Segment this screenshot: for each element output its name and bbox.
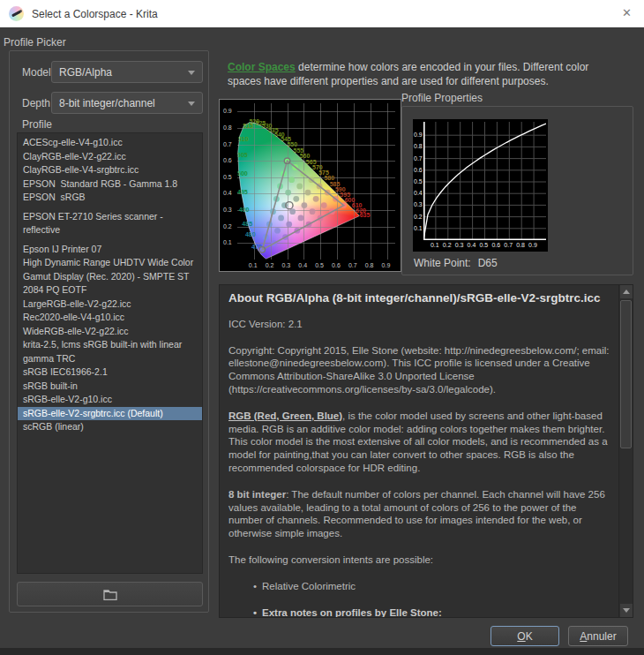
colorspace-dialog: Select a Colorspace - Krita ✕ Profile Pi… bbox=[0, 0, 644, 655]
krita-app-icon bbox=[9, 6, 24, 21]
depth-value: 8-bit integer/channel bbox=[59, 97, 155, 109]
list-item[interactable]: WideRGB-elle-V2-g22.icc bbox=[18, 325, 202, 339]
window-bottom-edge bbox=[0, 648, 644, 655]
profile-label: Profile bbox=[22, 118, 52, 131]
color-spaces-link[interactable]: Color Spaces bbox=[228, 61, 296, 73]
list-item[interactable]: ClayRGB-elle-V2-g22.icc bbox=[18, 150, 202, 164]
list-item[interactable]: Epson IJ Printer 07 bbox=[18, 243, 202, 257]
colorspace-description: Color Spaces determine how colors are en… bbox=[228, 61, 625, 88]
scroll-up-icon[interactable] bbox=[620, 285, 633, 298]
copyright-text: Copyright: Copyright 2015, Elle Stone (w… bbox=[228, 344, 611, 396]
list-item[interactable]: krita-2.5, lcms sRGB built-in with linea… bbox=[18, 338, 202, 365]
list-item[interactable]: ACEScg-elle-V4-g10.icc bbox=[18, 136, 202, 150]
profile-properties-label: Profile Properties bbox=[401, 92, 483, 104]
rgb-paragraph: RGB (Red, Green, Blue), is the color mod… bbox=[228, 410, 611, 475]
extra-notes-bullet: Extra notes on profiles by Elle Stone: bbox=[262, 606, 611, 617]
icc-version: ICC Version: 2.1 bbox=[228, 318, 611, 331]
ok-button[interactable]: OK bbox=[490, 626, 559, 646]
import-profile-button[interactable] bbox=[17, 582, 203, 606]
list-item[interactable]: EPSON Standard RGB - Gamma 1.8 bbox=[18, 177, 202, 192]
intent-bullet: Relative Colorimetric bbox=[262, 580, 611, 593]
white-point-row: White Point:D65 bbox=[414, 257, 498, 269]
window-title: Select a Colorspace - Krita bbox=[32, 8, 158, 20]
depth-label: Depth bbox=[22, 97, 50, 109]
model-dropdown[interactable]: RGB/Alpha bbox=[51, 61, 203, 83]
white-point-value: D65 bbox=[478, 257, 498, 269]
cancel-button[interactable]: Annuler bbox=[568, 626, 628, 646]
chevron-down-icon bbox=[188, 102, 195, 106]
about-content: About RGB/Alpha (8-bit integer/channel)/… bbox=[220, 285, 618, 617]
model-value: RGB/Alpha bbox=[59, 66, 112, 79]
titlebar[interactable]: Select a Colorspace - Krita ✕ bbox=[0, 0, 644, 27]
scrollbar-thumb[interactable] bbox=[620, 300, 632, 448]
list-item[interactable]: sRGB built-in bbox=[18, 380, 202, 394]
list-item[interactable]: Rec2020-elle-V4-g10.icc bbox=[18, 311, 202, 325]
list-item[interactable]: ClayRGB-elle-V4-srgbtrc.icc bbox=[18, 163, 202, 177]
about-scrollbar[interactable] bbox=[618, 285, 633, 617]
profile-properties-groupbox: 0.10.20.30.40.50.60.70.80.90.10.20.30.40… bbox=[401, 106, 633, 275]
about-panel: About RGB/Alpha (8-bit integer/channel)/… bbox=[219, 284, 633, 618]
list-item[interactable]: LargeRGB-elle-V2-g22.icc bbox=[18, 297, 202, 312]
profile-picker-group-label: Profile Picker bbox=[4, 36, 66, 49]
profile-picker-groupbox: Model RGB/Alpha Depth 8-bit integer/chan… bbox=[9, 50, 209, 613]
close-icon[interactable]: ✕ bbox=[622, 6, 632, 19]
list-item[interactable]: scRGB (linear) bbox=[18, 420, 202, 434]
tone-response-curve: 0.10.20.30.40.50.60.70.80.90.10.20.30.40… bbox=[413, 119, 548, 252]
rgb-link[interactable]: RGB (Red, Green, Blue) bbox=[228, 410, 342, 421]
model-label: Model bbox=[22, 66, 51, 79]
list-item[interactable]: sRGB-elle-V2-g10.icc bbox=[18, 393, 202, 407]
depth-dropdown[interactable]: 8-bit integer/channel bbox=[51, 92, 203, 114]
list-item[interactable]: High Dynamic Range UHDTV Wide Color Gamu… bbox=[18, 256, 202, 297]
chevron-down-icon bbox=[188, 71, 195, 75]
bit-depth-paragraph: 8 bit integer: The default number of col… bbox=[228, 488, 611, 540]
list-item[interactable]: sRGB IEC61966-2.1 bbox=[18, 365, 202, 380]
folder-icon bbox=[103, 589, 117, 600]
intents-intro: The following conversion intents are pos… bbox=[228, 553, 611, 567]
list-item[interactable]: sRGB-elle-V2-srgbtrc.icc (Default) bbox=[18, 407, 202, 421]
list-item[interactable]: EPSON sRGB bbox=[18, 191, 202, 205]
profile-list[interactable]: ACEScg-elle-V4-g10.iccClayRGB-elle-V2-g2… bbox=[17, 132, 203, 574]
scroll-down-icon[interactable] bbox=[620, 604, 633, 617]
list-item[interactable]: EPSON ET-2710 Series scanner - reflectiv… bbox=[18, 210, 202, 237]
about-title: About RGB/Alpha (8-bit integer/channel)/… bbox=[228, 292, 611, 305]
chromaticity-diagram: 4704804854904955005055105155205255305355… bbox=[219, 99, 401, 272]
white-point-label: White Point: bbox=[414, 257, 471, 269]
